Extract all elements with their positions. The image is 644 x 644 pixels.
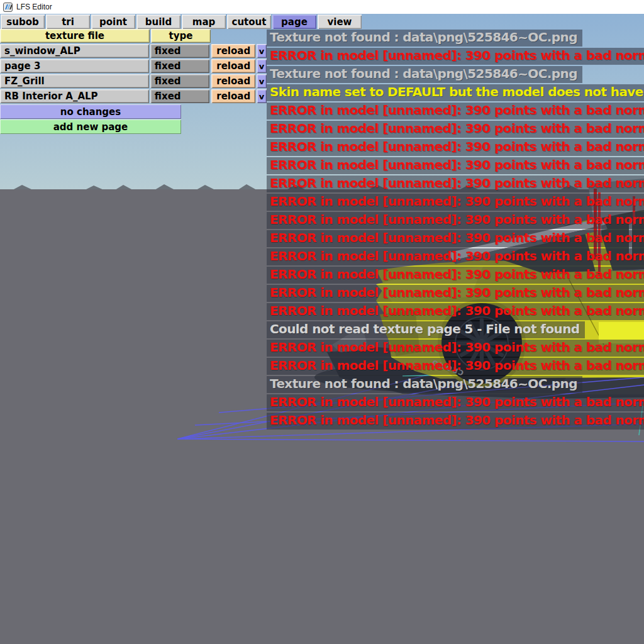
texture-file-cell[interactable]: page 3 <box>0 59 149 73</box>
tab-label: point <box>99 16 127 28</box>
table-header-row: texture file type <box>0 29 267 43</box>
type-cell[interactable]: fixed <box>150 59 210 73</box>
type-cell[interactable]: fixed <box>150 44 210 58</box>
texture-file-cell[interactable]: s_window_ALP <box>0 44 149 58</box>
console-line: Texture not found : data\png\525846~OC.p… <box>267 376 644 394</box>
console-line: Could not read texture page 5 - File not… <box>267 321 644 340</box>
console-line: ERROR in model [unnamed]: 390 points wit… <box>267 340 644 358</box>
console-line: ERROR in model [unnamed]: 390 points wit… <box>267 267 644 285</box>
console-line: Texture not found : data\png\525846~OC.p… <box>267 30 644 48</box>
type-cell[interactable]: fixed <box>150 89 210 103</box>
console-line: ERROR in model [unnamed]: 390 points wit… <box>267 285 644 303</box>
tab-label: cutout <box>232 16 267 28</box>
tab-cutout[interactable]: cutout <box>227 14 271 29</box>
reload-button[interactable]: reload <box>211 74 255 88</box>
console-line: ERROR in model [unnamed]: 390 points wit… <box>267 194 644 212</box>
table-row: RB Interior A_ALP fixed reload v <box>0 89 267 103</box>
console-line: ERROR in model [unnamed]: 390 points wit… <box>267 48 644 66</box>
reload-button[interactable]: reload <box>211 44 255 58</box>
console-line: ERROR in model [unnamed]: 390 points wit… <box>267 103 644 121</box>
type-header: type <box>151 29 211 43</box>
reload-button[interactable]: reload <box>211 59 255 73</box>
console-line: ERROR in model [unnamed]: 390 points wit… <box>267 139 644 157</box>
tab-bar: subobtripointbuildmapcutoutpageview <box>1 14 362 29</box>
tab-label: map <box>192 16 216 28</box>
texture-rows: s_window_ALP fixed reload v page 3 fixed… <box>0 44 267 103</box>
tab-label: view <box>328 16 352 28</box>
title-bar: LFS Editor <box>0 0 644 14</box>
dropdown-button[interactable]: v <box>257 89 267 103</box>
console-line: Texture not found : data\png\525846~OC.p… <box>267 66 644 84</box>
console-line: ERROR in model [unnamed]: 390 points wit… <box>267 157 644 175</box>
type-cell[interactable]: fixed <box>150 74 210 88</box>
no-changes-button[interactable]: no changes <box>0 104 181 119</box>
console-line: ERROR in model [unnamed]: 390 points wit… <box>267 303 644 321</box>
console-line: ERROR in model [unnamed]: 390 points wit… <box>267 248 644 267</box>
table-row: s_window_ALP fixed reload v <box>0 44 267 58</box>
console-line: Skin name set to DEFAULT but the model d… <box>267 84 644 103</box>
reload-button[interactable]: reload <box>211 89 255 103</box>
tab-label: build <box>145 16 172 28</box>
console-line: ERROR in model [unnamed]: 390 points wit… <box>267 212 644 230</box>
add-new-page-button[interactable]: add new page <box>0 119 181 134</box>
tab-label: page <box>281 16 308 28</box>
console-line: ERROR in model [unnamed]: 390 points wit… <box>267 394 644 413</box>
console-log: Texture not found : data\png\525846~OC.p… <box>267 30 644 432</box>
console-line: ERROR in model [unnamed]: 390 points wit… <box>267 413 644 431</box>
texture-file-cell[interactable]: RB Interior A_ALP <box>0 89 149 103</box>
texture-file-header: texture file <box>0 29 150 43</box>
tab-label: subob <box>6 16 38 28</box>
tab-subob[interactable]: subob <box>1 14 45 29</box>
console-line: ERROR in model [unnamed]: 390 points wit… <box>267 358 644 376</box>
app-icon <box>3 3 13 12</box>
tab-map[interactable]: map <box>182 14 226 29</box>
tab-view[interactable]: view <box>318 14 362 29</box>
dropdown-button[interactable]: v <box>257 44 267 58</box>
tab-point[interactable]: point <box>91 14 135 29</box>
dropdown-button[interactable]: v <box>257 74 267 88</box>
console-line: ERROR in model [unnamed]: 390 points wit… <box>267 230 644 248</box>
tab-build[interactable]: build <box>136 14 180 29</box>
texture-page-panel: texture file type s_window_ALP fixed rel… <box>0 29 267 135</box>
texture-file-cell[interactable]: FZ_Grill <box>0 74 149 88</box>
table-row: FZ_Grill fixed reload v <box>0 74 267 88</box>
console-line: ERROR in model [unnamed]: 390 points wit… <box>267 175 644 194</box>
window-title: LFS Editor <box>16 3 52 11</box>
dropdown-button[interactable]: v <box>257 59 267 73</box>
tab-tri[interactable]: tri <box>46 14 90 29</box>
console-line: ERROR in model [unnamed]: 390 points wit… <box>267 121 644 139</box>
table-row: page 3 fixed reload v <box>0 59 267 73</box>
tab-page[interactable]: page <box>272 14 316 29</box>
tab-label: tri <box>62 16 74 28</box>
